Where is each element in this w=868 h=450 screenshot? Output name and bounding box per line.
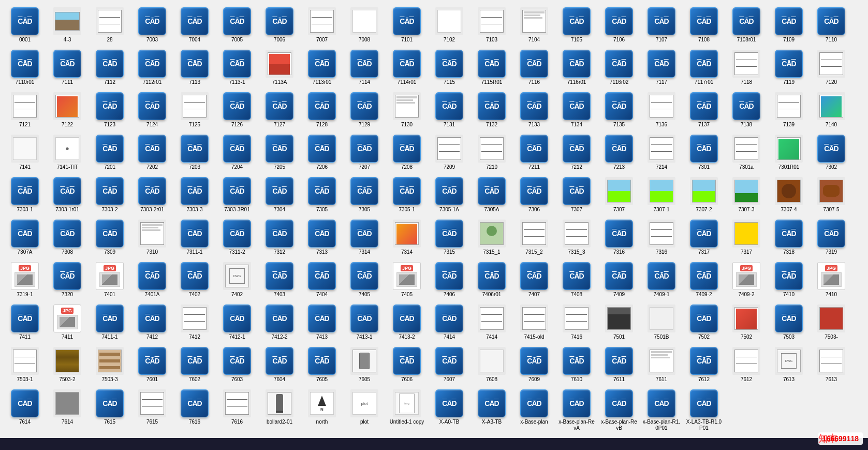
file-item[interactable]: CĀD 7131 [429, 89, 470, 130]
file-item[interactable]: CĀD 7135 [598, 89, 640, 130]
file-item[interactable]: CĀD 7312 [259, 216, 300, 258]
file-item[interactable]: CĀD 7132 [471, 89, 512, 130]
file-item[interactable]: 7301a [726, 132, 767, 173]
file-item[interactable]: CĀD 7316 [598, 216, 640, 258]
file-item[interactable]: 7141 [4, 132, 46, 173]
file-item[interactable]: 7502 [726, 301, 767, 343]
file-item[interactable]: CĀD 7406r01 [471, 259, 512, 300]
file-item[interactable]: 7007 [301, 4, 343, 46]
file-item[interactable]: 7120 [811, 47, 852, 88]
file-item[interactable]: CĀD 7605 [301, 344, 343, 385]
file-item[interactable]: CĀD 7616 [174, 386, 215, 434]
file-item[interactable]: 7307-4 [768, 174, 810, 215]
file-item[interactable]: CĀD 7114 [344, 47, 385, 88]
file-item[interactable]: 7314 [386, 216, 428, 258]
file-item[interactable]: CĀD 7315 [429, 216, 470, 258]
file-item[interactable]: CĀD x-Base-plan-RevA [556, 386, 597, 434]
file-item[interactable]: CĀD 7115 [429, 47, 470, 88]
file-item[interactable]: CĀD X-A3-TB [471, 386, 512, 434]
file-item[interactable]: CĀD 7117r01 [683, 47, 725, 88]
file-item[interactable]: CĀD 7108 [683, 4, 725, 46]
file-item[interactable]: CĀD 7403 [259, 259, 300, 300]
file-item[interactable]: 7307-5 [811, 174, 852, 215]
file-item[interactable]: 7104 [513, 4, 555, 46]
file-item[interactable]: 7301R01 [768, 132, 810, 173]
file-item[interactable]: CĀD 7409 [598, 259, 640, 300]
file-item[interactable]: CĀD 7306 [513, 174, 555, 215]
file-item[interactable]: DWG7402 [216, 259, 258, 300]
file-item[interactable]: 7612 [726, 344, 767, 385]
file-item[interactable]: CĀD 7612 [683, 344, 725, 385]
file-item[interactable]: JPG 7410 [811, 259, 852, 300]
file-item[interactable]: CĀD 7302 [811, 132, 852, 173]
file-item[interactable]: CĀD 7107 [641, 4, 682, 46]
file-item[interactable]: CĀD 7303-2r01 [131, 174, 173, 215]
file-item[interactable]: CĀD X-A0-TB [429, 386, 470, 434]
file-item[interactable]: CĀD 7116r02 [598, 47, 640, 88]
file-item[interactable]: CĀD 7311-1 [174, 216, 215, 258]
file-item[interactable]: 7315_1 [471, 216, 512, 258]
file-item[interactable]: CĀD 7413-1 [344, 301, 385, 343]
file-item[interactable]: JPG 7409-2 [726, 259, 767, 300]
file-item[interactable]: CĀD 7110 [811, 4, 852, 46]
file-item[interactable]: 7614 [47, 386, 88, 434]
file-item[interactable]: 7605 [344, 344, 385, 385]
file-item[interactable]: JPG 7405 [386, 259, 428, 300]
file-item[interactable]: 7122 [47, 89, 88, 130]
file-item[interactable]: 7414 [471, 301, 512, 343]
file-item[interactable]: CĀD 7601 [131, 344, 173, 385]
file-item[interactable]: CĀD 7204 [216, 132, 258, 173]
file-item[interactable]: 7307-3 [726, 174, 767, 215]
file-item[interactable]: CĀD 7005 [216, 4, 258, 46]
file-item[interactable]: CĀD 7205 [259, 132, 300, 173]
file-item[interactable]: CĀD 7113r01 [301, 47, 343, 88]
file-item[interactable]: CĀD 0001 [4, 4, 46, 46]
file-item[interactable]: CĀD 7413-2 [386, 301, 428, 343]
file-item[interactable]: CĀD 7305 [301, 174, 343, 215]
file-item[interactable]: CĀD 7133 [513, 89, 555, 130]
file-item[interactable]: CĀD 7607 [429, 344, 470, 385]
file-item[interactable]: CĀD 7134 [556, 89, 597, 130]
file-item[interactable]: 7315_2 [513, 216, 555, 258]
file-item[interactable]: CĀD 7320 [47, 259, 88, 300]
file-item[interactable]: plotplot [344, 386, 385, 434]
file-item[interactable]: CĀD 7604 [259, 344, 300, 385]
file-item[interactable]: 7103 [471, 4, 512, 46]
file-item[interactable]: CĀD 7412 [131, 301, 173, 343]
file-item[interactable]: CĀD 7112 [89, 47, 130, 88]
file-item[interactable]: CĀD 7303-3R01 [216, 174, 258, 215]
file-item[interactable]: CĀD 7124 [131, 89, 173, 130]
file-item[interactable]: CĀD 7110r01 [4, 47, 46, 88]
file-item[interactable]: CĀD 7409-2 [683, 259, 725, 300]
file-item[interactable]: 7608 [471, 344, 512, 385]
file-item[interactable]: 7503-2 [47, 344, 88, 385]
file-item[interactable]: CĀD 7004 [174, 4, 215, 46]
file-item[interactable]: CĀD 7307A [4, 216, 46, 258]
file-item[interactable]: Nnorth [301, 386, 343, 434]
file-item[interactable]: CĀD 7108r01 [726, 4, 767, 46]
file-item[interactable]: CĀD 7105 [556, 4, 597, 46]
file-item[interactable]: CĀD 7407 [513, 259, 555, 300]
file-item[interactable]: 7130 [386, 89, 428, 130]
file-item[interactable]: 7140 [811, 89, 852, 130]
file-item[interactable]: JPG 7411 [47, 301, 88, 343]
file-item[interactable]: 7307-2 [683, 174, 725, 215]
file-item[interactable]: JPG 7401 [89, 259, 130, 300]
file-item[interactable]: CĀD 7401A [131, 259, 173, 300]
file-item[interactable]: CĀD 7003 [131, 4, 173, 46]
file-item[interactable]: CĀD 7411 [4, 301, 46, 343]
file-item[interactable]: CĀD 7412-2 [259, 301, 300, 343]
file-item[interactable]: CĀD 7206 [301, 132, 343, 173]
file-item[interactable]: CĀD 7503 [768, 301, 810, 343]
file-item[interactable]: 7501B [641, 301, 682, 343]
file-item[interactable]: bollard2-01 [259, 386, 300, 434]
file-item[interactable]: CĀD 7115R01 [471, 47, 512, 88]
file-item[interactable]: CĀD 7305-1A [429, 174, 470, 215]
file-item[interactable]: CĀD 7303-1 [4, 174, 46, 215]
file-item[interactable]: 4-3 [47, 4, 88, 46]
file-item[interactable]: 7611 [641, 344, 682, 385]
file-item[interactable]: CĀD 7129 [344, 89, 385, 130]
file-item[interactable]: 7613 [811, 344, 852, 385]
file-item[interactable]: JPG 7319-1 [4, 259, 46, 300]
file-item[interactable]: CĀD 7303-2 [89, 174, 130, 215]
